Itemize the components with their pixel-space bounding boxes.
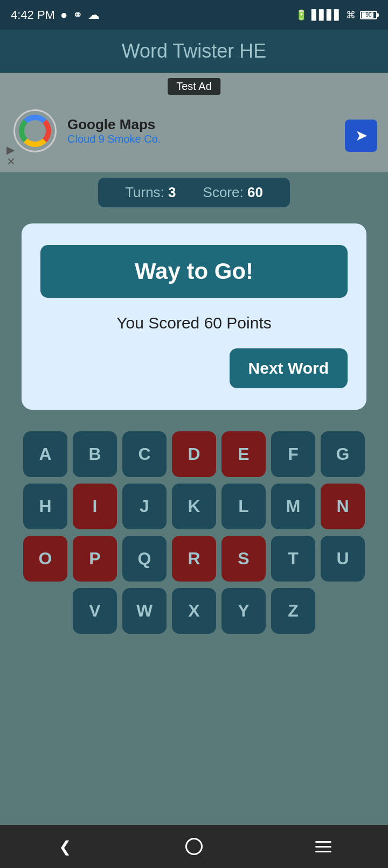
signal-icon: ▋▋▋▋ <box>311 9 342 21</box>
home-circle-icon <box>185 838 203 855</box>
cloud-icon: ☁ <box>88 8 100 22</box>
key-w[interactable]: W <box>122 588 167 634</box>
key-m[interactable]: M <box>271 484 315 529</box>
time: 4:42 PM <box>11 8 55 22</box>
home-button[interactable] <box>178 830 210 863</box>
key-y[interactable]: Y <box>221 588 266 634</box>
turns-value: 3 <box>168 184 176 200</box>
score-bar: Turns: 3 Score: 60 <box>0 172 388 213</box>
score-box: Turns: 3 Score: 60 <box>98 178 290 207</box>
keyboard-row-3: VWXYZ <box>73 588 315 634</box>
ad-play-icon: ▶ <box>6 143 15 156</box>
key-n[interactable]: N <box>321 484 365 529</box>
key-t[interactable]: T <box>271 536 315 582</box>
popup-score-text: You Scored 60 Points <box>40 314 348 332</box>
whatsapp-icon: ● <box>60 8 67 22</box>
back-button[interactable]: ❮ <box>48 830 81 863</box>
key-j[interactable]: J <box>122 484 167 529</box>
key-b[interactable]: B <box>73 431 117 477</box>
ad-label: Test Ad <box>168 78 220 95</box>
key-l[interactable]: L <box>221 484 266 529</box>
vibrate-icon: 🔋 <box>295 9 307 21</box>
menu-lines-icon <box>315 841 331 852</box>
key-k[interactable]: K <box>172 484 216 529</box>
status-left: 4:42 PM ● ⚭ ☁ <box>11 8 100 22</box>
ad-logo <box>13 109 57 152</box>
key-x[interactable]: X <box>172 588 216 634</box>
key-r[interactable]: R <box>172 536 216 582</box>
keyboard-row-0: ABCDEFG <box>23 431 365 477</box>
key-f[interactable]: F <box>271 431 315 477</box>
app-header: Word Twister HE <box>0 30 388 73</box>
key-o[interactable]: O <box>23 536 67 582</box>
ad-company: Google Maps <box>67 116 161 133</box>
way-to-go-banner: Way to Go! <box>40 245 348 298</box>
ad-navigation-icon[interactable]: ➤ <box>345 120 377 152</box>
next-word-button[interactable]: Next Word <box>230 348 348 388</box>
key-p[interactable]: P <box>73 536 117 582</box>
usb-icon: ⚭ <box>73 8 82 22</box>
key-a[interactable]: A <box>23 431 67 477</box>
wifi-icon: ⌘ <box>346 9 356 21</box>
key-d[interactable]: D <box>172 431 216 477</box>
keyboard-row-1: HIJKLMN <box>23 484 365 529</box>
key-z[interactable]: Z <box>271 588 315 634</box>
turns-label: Turns: 3 <box>125 184 176 201</box>
ad-subtitle: Cloud 9 Smoke Co. <box>67 133 161 145</box>
ad-close-icon[interactable]: ✕ <box>6 155 16 168</box>
nav-bar: ❮ <box>0 825 388 868</box>
google-ring-icon <box>19 115 51 147</box>
key-i[interactable]: I <box>73 484 117 529</box>
key-c[interactable]: C <box>122 431 167 477</box>
app-title: Word Twister HE <box>122 40 267 62</box>
ad-banner[interactable]: Test Ad Google Maps Cloud 9 Smoke Co. ➤ … <box>0 73 388 172</box>
menu-button[interactable] <box>307 830 340 863</box>
score-label: Score: 60 <box>203 184 263 201</box>
key-v[interactable]: V <box>73 588 117 634</box>
key-q[interactable]: Q <box>122 536 167 582</box>
status-bar: 4:42 PM ● ⚭ ☁ 🔋 ▋▋▋▋ ⌘ 90 <box>0 0 388 30</box>
score-value: 60 <box>247 184 263 200</box>
ad-text: Google Maps Cloud 9 Smoke Co. <box>67 116 161 145</box>
key-s[interactable]: S <box>221 536 266 582</box>
popup-card: Way to Go! You Scored 60 Points Next Wor… <box>22 223 366 410</box>
key-h[interactable]: H <box>23 484 67 529</box>
key-e[interactable]: E <box>221 431 266 477</box>
keyboard-row-2: OPQRSTU <box>23 536 365 582</box>
status-right: 🔋 ▋▋▋▋ ⌘ 90 <box>295 9 377 21</box>
battery-icon: 90 <box>360 11 377 19</box>
key-g[interactable]: G <box>321 431 365 477</box>
key-u[interactable]: U <box>321 536 365 582</box>
keyboard-area: ABCDEFGHIJKLMNOPQRSTUVWXYZ <box>0 421 388 645</box>
